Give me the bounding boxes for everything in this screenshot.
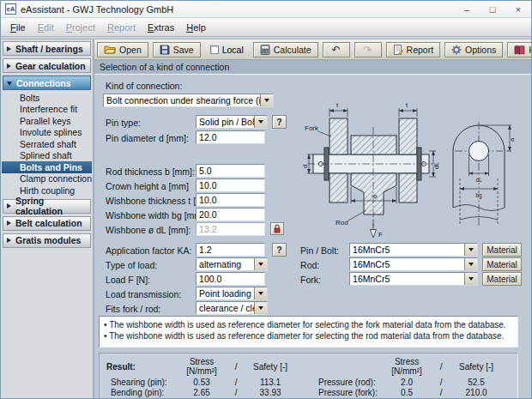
application-factor-help-button[interactable]: ? <box>272 243 287 257</box>
pin-diameter-label: Pin diameter d [mm]: <box>106 133 189 143</box>
sidebar-item-involute-splines[interactable]: Involute splines <box>2 127 92 139</box>
minimize-button[interactable]: – <box>454 1 480 17</box>
pin-bolt-material-label: Pin / Bolt: <box>300 245 339 256</box>
local-checkbox[interactable] <box>210 45 219 54</box>
save-floppy-icon <box>160 45 170 55</box>
help-button[interactable]: Help <box>507 42 532 57</box>
diagram-d-label: d <box>303 165 309 168</box>
pin-bolt-material-button[interactable]: Material <box>482 243 522 257</box>
sidebar-section-connections[interactable]: Connections <box>3 76 91 90</box>
sidebar-item-parallel-keys[interactable]: Parallel keys <box>2 115 92 127</box>
pin-type-help-button[interactable]: ? <box>272 115 287 129</box>
help-book-icon <box>514 45 525 55</box>
app-icon: eA <box>5 3 16 15</box>
sidebar-item-serrated-shaft[interactable]: Serrated shaft <box>2 138 92 150</box>
sidebar-section-spring-calculation[interactable]: Spring calculation <box>3 199 91 214</box>
diagram-fork-label: Fork <box>305 124 319 132</box>
rod-thickness-label: Rod thickness b [mm]: <box>106 166 195 177</box>
collapsed-arrow-icon <box>7 63 11 69</box>
sidebar-item-hirth-coupling[interactable]: Hirth coupling <box>2 184 92 196</box>
dropdown-arrow-icon[interactable] <box>464 244 477 256</box>
sidebar-section-gratis-modules[interactable]: Gratis modules <box>3 233 91 248</box>
dropdown-arrow-icon[interactable] <box>464 258 477 270</box>
dropdown-arrow-icon[interactable] <box>254 116 267 128</box>
dropdown-arrow-icon[interactable] <box>464 273 477 285</box>
maximize-button[interactable]: □ <box>480 1 505 17</box>
stress-header: Stress [N/mm²] <box>382 357 432 376</box>
menu-file[interactable]: File <box>4 20 32 35</box>
load-label: Load F [N]: <box>106 275 150 285</box>
result-safety-value: 210.0 <box>450 388 502 397</box>
diagram-rod-label: Rod <box>336 219 348 227</box>
fits-fork-rod-select[interactable]: clearance / cleara... <box>196 301 268 315</box>
kind-of-connection-select[interactable]: Bolt connection under shearing force (in… <box>103 94 274 107</box>
dropdown-arrow-icon[interactable] <box>260 94 273 106</box>
wishbone-diameter-label: Wishbone ø dL [mm]: <box>106 225 190 235</box>
fork-material-button[interactable]: Material <box>482 272 522 286</box>
fits-fork-rod-label: Fits fork / rod: <box>106 304 160 314</box>
sidebar-section-shaft-bearings[interactable]: Shaft / bearings <box>3 41 91 56</box>
open-button[interactable]: Open <box>97 42 148 57</box>
save-button[interactable]: Save <box>153 42 201 57</box>
crown-height-input[interactable] <box>196 178 265 192</box>
undo-button[interactable]: ↶ <box>323 42 350 57</box>
options-button[interactable]: Options <box>444 42 503 57</box>
type-of-load-select[interactable]: alternating <box>196 257 268 271</box>
pin-type-label: Pin type: <box>106 118 141 128</box>
wishbone-width-input[interactable] <box>196 208 265 221</box>
wishbone-thickness-input[interactable] <box>196 193 265 207</box>
close-button[interactable]: × <box>505 1 531 17</box>
sidebar-item-clamp-connection[interactable]: Clamp connection <box>2 173 92 185</box>
result-table-left: Result: Stress [N/mm²] / Safety [-] Shea… <box>106 357 295 397</box>
result-table-right: Stress [N/mm²] / Safety [-] Pressure (ro… <box>318 357 502 399</box>
pin-type-select[interactable]: Solid pin / Bolt <box>196 115 268 129</box>
sidebar-section-gear-calculation[interactable]: Gear calculation <box>3 58 91 73</box>
load-input[interactable] <box>196 272 265 286</box>
wishbone-diameter-lock-button[interactable] <box>270 222 284 235</box>
report-button[interactable]: Report <box>386 42 441 57</box>
dropdown-arrow-icon[interactable] <box>254 287 267 299</box>
local-checkbox-label: Local <box>222 45 244 55</box>
sidebar-section-belt-calculation[interactable]: Belt calculation <box>3 216 91 231</box>
load-transmission-label: Load transmission: <box>106 289 181 299</box>
note-line: • The wishbone width is used as referenc… <box>104 330 513 342</box>
pin-bolt-material-select[interactable]: 16MnCr5 <box>349 243 478 257</box>
notes-box: • The wishbone width is used as referenc… <box>99 316 518 348</box>
sidebar-item-splined-shaft[interactable]: Splined shaft <box>2 150 92 162</box>
collapsed-arrow-icon <box>7 221 11 226</box>
result-row-label: Pressure (fork): <box>318 388 382 397</box>
undo-icon: ↶ <box>332 45 341 54</box>
minimize-icon: – <box>464 4 469 15</box>
result-safety-value: 33.93 <box>245 388 295 397</box>
technical-drawing: Fork Rod t t d dL b F a dL bg <box>303 96 519 240</box>
load-transmission-select[interactable]: Point loading <box>196 287 268 300</box>
navigation-sidebar: Shaft / bearings Gear calculation Connec… <box>1 39 94 399</box>
menu-help[interactable]: Help <box>180 20 212 35</box>
diagram-a-label: a <box>508 137 516 142</box>
result-stress-value: 0.5 <box>382 388 432 397</box>
safety-header: Safety [-] <box>450 362 502 372</box>
dropdown-arrow-icon[interactable] <box>254 302 267 314</box>
menu-report: Report <box>101 20 142 35</box>
diagram-dl-label: dL <box>433 162 439 169</box>
rod-thickness-input[interactable] <box>196 164 265 178</box>
sidebar-item-bolts[interactable]: Bolts <box>2 92 92 104</box>
sidebar-item-interference-fit[interactable]: Interference fit <box>2 104 92 116</box>
result-row-label: Pressure (rod): <box>318 378 382 387</box>
result-panel: Result: Stress [N/mm²] / Safety [-] Shea… <box>99 353 518 399</box>
crown-height-label: Crown height a [mm] <box>106 181 189 191</box>
rod-material-button[interactable]: Material <box>482 257 522 271</box>
local-checkbox-group: Local <box>205 42 249 57</box>
application-window: eA eAssistant - GWJ Technology GmbH – □ … <box>0 0 532 399</box>
application-factor-input[interactable] <box>196 243 265 257</box>
sidebar-item-bolts-and-pins[interactable]: Bolts and Pins <box>2 161 92 173</box>
expanded-arrow-icon <box>7 82 12 86</box>
dropdown-arrow-icon[interactable] <box>254 258 267 270</box>
fork-material-select[interactable]: 16MnCr5 <box>349 272 478 286</box>
form-area: Kind of connection: Bolt connection unde… <box>94 75 532 399</box>
rod-material-select[interactable]: 16MnCr5 <box>349 257 478 271</box>
calculate-button[interactable]: Calculate <box>253 42 318 57</box>
pin-diameter-input[interactable] <box>196 130 265 144</box>
menu-extras[interactable]: Extras <box>142 20 180 35</box>
menu-bar: File Edit Project Report Extras Help <box>1 18 531 37</box>
